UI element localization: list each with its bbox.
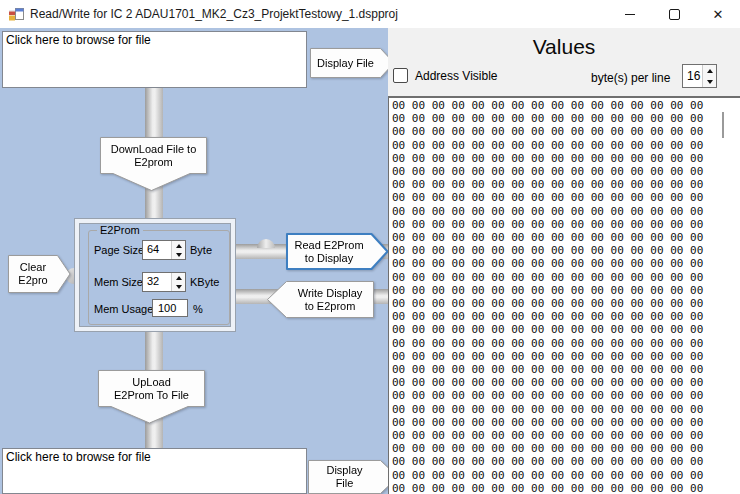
page-size-down-button[interactable] (172, 250, 185, 259)
hex-display[interactable]: 00 00 00 00 00 00 00 00 00 00 00 00 00 0… (388, 96, 740, 494)
write-display-button[interactable]: Write Display to E2prom (267, 281, 374, 318)
hex-row: 00 00 00 00 00 00 00 00 00 00 00 00 00 0… (392, 310, 740, 323)
hex-row: 00 00 00 00 00 00 00 00 00 00 00 00 00 0… (392, 284, 740, 297)
hex-row: 00 00 00 00 00 00 00 00 00 00 00 00 00 0… (392, 99, 740, 112)
hex-row: 00 00 00 00 00 00 00 00 00 00 00 00 00 0… (392, 271, 740, 284)
hex-row: 00 00 00 00 00 00 00 00 00 00 00 00 00 0… (392, 297, 740, 310)
bytes-per-line-label: byte(s) per line (591, 71, 670, 85)
values-panel: Values Address Visible byte(s) per line … (388, 28, 740, 494)
close-button[interactable]: ✕ (696, 0, 740, 28)
maximize-icon (669, 9, 680, 20)
page-size-unit: Byte (190, 244, 212, 256)
window-title: Read/Write for IC 2 ADAU1701_MK2_Cz3_Pro… (30, 7, 398, 21)
minimize-icon (625, 14, 635, 15)
hex-row: 00 00 00 00 00 00 00 00 00 00 00 00 00 0… (392, 416, 740, 429)
download-file-button[interactable]: DownLoad File to E2prom (100, 137, 207, 192)
hex-row: 00 00 00 00 00 00 00 00 00 00 00 00 00 0… (392, 350, 740, 363)
hex-row: 00 00 00 00 00 00 00 00 00 00 00 00 00 0… (392, 178, 740, 191)
mem-size-value[interactable]: 32 (143, 273, 171, 291)
values-title: Values (388, 35, 740, 59)
mem-usage-field[interactable]: 100 (152, 299, 188, 317)
down-arrow-icon (176, 253, 182, 257)
pipe-connector-bump (257, 239, 275, 248)
hex-row: 00 00 00 00 00 00 00 00 00 00 00 00 00 0… (392, 403, 740, 416)
page-size-value[interactable]: 64 (143, 241, 171, 259)
mem-size-up-button[interactable] (172, 273, 185, 282)
down-arrow-icon (707, 80, 713, 84)
hex-scrollbar-thumb[interactable] (722, 112, 724, 138)
display-file-bottom-button[interactable]: Display File (308, 460, 399, 494)
hex-row: 00 00 00 00 00 00 00 00 00 00 00 00 00 0… (392, 152, 740, 165)
app-icon (8, 6, 24, 22)
e2prom-groupbox: E2Prom Page Size 64 Byte Mem Size 32 (88, 230, 230, 325)
hex-row: 00 00 00 00 00 00 00 00 00 00 00 00 00 0… (392, 469, 740, 482)
page-size-label: Page Size (94, 244, 144, 256)
hex-row: 00 00 00 00 00 00 00 00 00 00 00 00 00 0… (392, 376, 740, 389)
source-file-input[interactable]: Click here to browse for file (2, 31, 307, 88)
hex-row: 00 00 00 00 00 00 00 00 00 00 00 00 00 0… (392, 455, 740, 468)
hex-row: 00 00 00 00 00 00 00 00 00 00 00 00 00 0… (392, 191, 740, 204)
page-size-stepper[interactable]: 64 (142, 240, 186, 260)
address-visible-checkbox[interactable] (393, 68, 408, 83)
mem-size-stepper[interactable]: 32 (142, 272, 186, 292)
page-size-up-button[interactable] (172, 241, 185, 250)
hex-row: 00 00 00 00 00 00 00 00 00 00 00 00 00 0… (392, 231, 740, 244)
close-icon: ✕ (713, 8, 724, 21)
clear-e2prom-button[interactable]: Clear E2pro (8, 255, 71, 293)
hex-row: 00 00 00 00 00 00 00 00 00 00 00 00 00 0… (392, 112, 740, 125)
up-arrow-icon (707, 69, 713, 73)
up-arrow-icon (176, 276, 182, 280)
bytes-per-line-up-button[interactable] (703, 65, 716, 76)
upload-e2prom-button[interactable]: UpLoad E2Prom To File (98, 370, 205, 424)
read-e2prom-button[interactable]: Read E2Prom to Display (286, 233, 389, 270)
hex-rows: 00 00 00 00 00 00 00 00 00 00 00 00 00 0… (389, 98, 740, 494)
bytes-per-line-down-button[interactable] (703, 76, 716, 87)
down-arrow-icon (176, 285, 182, 289)
hex-row: 00 00 00 00 00 00 00 00 00 00 00 00 00 0… (392, 337, 740, 350)
display-file-top-button[interactable]: Display File (310, 48, 395, 78)
target-file-input[interactable]: Click here to browse for file (2, 448, 307, 494)
hex-row: 00 00 00 00 00 00 00 00 00 00 00 00 00 0… (392, 257, 740, 270)
hex-row: 00 00 00 00 00 00 00 00 00 00 00 00 00 0… (392, 139, 740, 152)
hex-row: 00 00 00 00 00 00 00 00 00 00 00 00 00 0… (392, 442, 740, 455)
hex-row: 00 00 00 00 00 00 00 00 00 00 00 00 00 0… (392, 429, 740, 442)
mem-usage-unit: % (193, 303, 203, 315)
bytes-per-line-value[interactable]: 16 (683, 65, 702, 87)
bytes-per-line-stepper[interactable]: 16 (682, 64, 717, 88)
address-visible-label: Address Visible (415, 69, 498, 83)
mem-size-down-button[interactable] (172, 282, 185, 291)
address-visible-row: Address Visible (393, 68, 498, 83)
hex-row: 00 00 00 00 00 00 00 00 00 00 00 00 00 0… (392, 205, 740, 218)
hex-row: 00 00 00 00 00 00 00 00 00 00 00 00 00 0… (392, 482, 740, 494)
caption-buttons: ✕ (608, 0, 740, 28)
title-bar: Read/Write for IC 2 ADAU1701_MK2_Cz3_Pro… (0, 0, 740, 28)
app-window: Read/Write for IC 2 ADAU1701_MK2_Cz3_Pro… (0, 0, 740, 494)
maximize-button[interactable] (652, 0, 696, 28)
mem-size-unit: KByte (190, 276, 219, 288)
mem-usage-label: Mem Usage (94, 303, 153, 315)
hex-row: 00 00 00 00 00 00 00 00 00 00 00 00 00 0… (392, 218, 740, 231)
hex-row: 00 00 00 00 00 00 00 00 00 00 00 00 00 0… (392, 389, 740, 402)
e2prom-groupbox-title: E2Prom (97, 224, 143, 236)
hex-row: 00 00 00 00 00 00 00 00 00 00 00 00 00 0… (392, 323, 740, 336)
minimize-button[interactable] (608, 0, 652, 28)
hex-row: 00 00 00 00 00 00 00 00 00 00 00 00 00 0… (392, 165, 740, 178)
hex-row: 00 00 00 00 00 00 00 00 00 00 00 00 00 0… (392, 125, 740, 138)
e2prom-settings-panel: E2Prom Page Size 64 Byte Mem Size 32 (74, 218, 236, 332)
mem-size-label: Mem Size (94, 276, 143, 288)
up-arrow-icon (176, 244, 182, 248)
hex-row: 00 00 00 00 00 00 00 00 00 00 00 00 00 0… (392, 363, 740, 376)
flow-diagram-panel: Click here to browse for file Display Fi… (0, 28, 389, 494)
hex-row: 00 00 00 00 00 00 00 00 00 00 00 00 00 0… (392, 244, 740, 257)
